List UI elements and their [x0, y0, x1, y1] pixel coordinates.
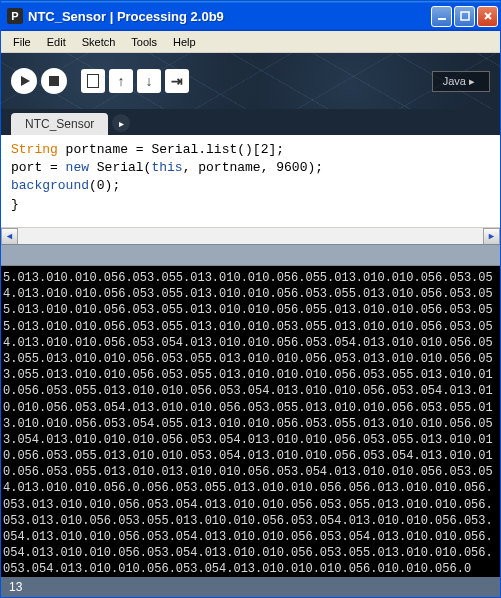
new-button[interactable] — [81, 69, 105, 93]
language-mode-button[interactable]: Java ▸ — [432, 71, 490, 92]
menu-sketch[interactable]: Sketch — [74, 34, 124, 50]
code-token: this — [151, 160, 182, 175]
run-button[interactable] — [11, 68, 37, 94]
code-editor[interactable]: String portname = Serial.list()[2]; port… — [1, 135, 500, 227]
maximize-button[interactable] — [454, 6, 475, 27]
code-line: } — [11, 196, 490, 214]
scroll-track[interactable] — [18, 228, 483, 245]
console-output[interactable]: 5.013.010.010.056.053.055.013.010.010.05… — [1, 266, 500, 577]
code-token: String — [11, 142, 58, 157]
tab-bar: NTC_Sensor ▸ — [1, 109, 500, 135]
svg-rect-0 — [438, 18, 446, 20]
code-token: , portname, 9600); — [183, 160, 323, 175]
tab-menu-button[interactable]: ▸ — [112, 114, 130, 132]
horizontal-scrollbar: ◄ ► — [1, 227, 500, 244]
status-bar: 13 — [1, 577, 500, 597]
window-title: NTC_Sensor | Processing 2.0b9 — [28, 9, 431, 24]
arrow-down-icon: ↓ — [146, 73, 153, 89]
menu-help[interactable]: Help — [165, 34, 204, 50]
menubar: File Edit Sketch Tools Help — [1, 31, 500, 53]
export-button[interactable]: ⇥ — [165, 69, 189, 93]
scroll-right-button[interactable]: ► — [483, 228, 500, 245]
arrow-right-bar-icon: ⇥ — [171, 73, 183, 89]
stop-icon — [49, 76, 59, 86]
save-button[interactable]: ↓ — [137, 69, 161, 93]
code-token: new — [66, 160, 89, 175]
code-token: port = — [11, 160, 66, 175]
arrow-up-icon: ↑ — [118, 73, 125, 89]
scroll-left-button[interactable]: ◄ — [1, 228, 18, 245]
new-file-icon — [87, 74, 99, 88]
code-token: Serial( — [89, 160, 151, 175]
menu-tools[interactable]: Tools — [123, 34, 165, 50]
app-window: P NTC_Sensor | Processing 2.0b9 File Edi… — [0, 0, 501, 598]
minimize-button[interactable] — [431, 6, 452, 27]
menu-file[interactable]: File — [5, 34, 39, 50]
play-icon — [21, 76, 30, 86]
sketch-tab[interactable]: NTC_Sensor — [11, 113, 108, 135]
app-icon: P — [7, 8, 23, 24]
titlebar: P NTC_Sensor | Processing 2.0b9 — [1, 1, 500, 31]
toolbar: ↑ ↓ ⇥ Java ▸ — [1, 53, 500, 109]
svg-rect-1 — [461, 12, 469, 20]
menu-edit[interactable]: Edit — [39, 34, 74, 50]
code-token: portname = Serial.list()[2]; — [58, 142, 284, 157]
code-token: (0); — [89, 178, 120, 193]
panel-splitter[interactable] — [1, 244, 500, 266]
line-number-indicator: 13 — [9, 580, 22, 594]
stop-button[interactable] — [41, 68, 67, 94]
open-button[interactable]: ↑ — [109, 69, 133, 93]
close-button[interactable] — [477, 6, 498, 27]
window-controls — [431, 6, 498, 27]
code-token: background — [11, 178, 89, 193]
